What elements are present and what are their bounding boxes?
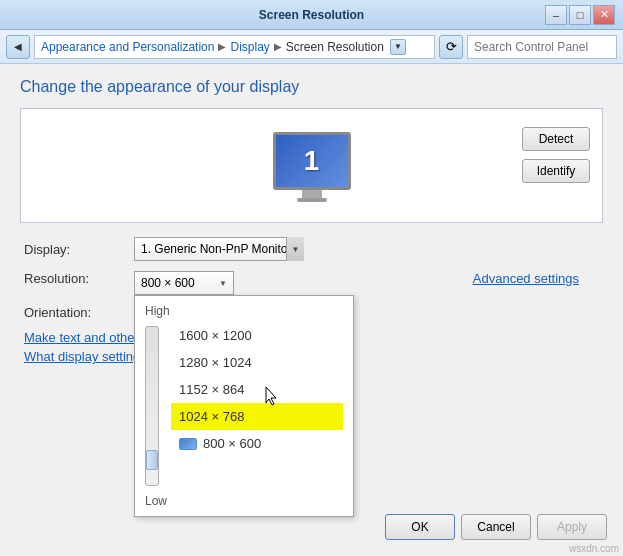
page-title: Change the appearance of your display xyxy=(20,78,603,96)
resolution-current-value: 800 × 600 xyxy=(141,276,195,290)
advanced-settings-link[interactable]: Advanced settings xyxy=(473,271,579,286)
dropdown-low-label: Low xyxy=(145,494,343,508)
refresh-button[interactable]: ⟳ xyxy=(439,35,463,59)
resolution-slider-track[interactable] xyxy=(145,326,159,486)
address-bar: ◀ Appearance and Personalization ▶ Displ… xyxy=(0,30,623,64)
display-row: Display: 1. Generic Non-PnP Monitor ▼ xyxy=(24,237,599,261)
minimize-button[interactable]: – xyxy=(545,5,567,25)
breadcrumb-display[interactable]: Display xyxy=(230,40,269,54)
breadcrumb-sep-2: ▶ xyxy=(274,41,282,52)
close-button[interactable]: ✕ xyxy=(593,5,615,25)
breadcrumb-sep-1: ▶ xyxy=(218,41,226,52)
main-content: Change the appearance of your display 1 … xyxy=(0,64,623,382)
monitor-number: 1 xyxy=(304,145,320,177)
cancel-button[interactable]: Cancel xyxy=(461,514,531,540)
resolution-slider-thumb[interactable] xyxy=(146,450,158,470)
breadcrumb-dropdown-btn[interactable]: ▼ xyxy=(390,39,406,55)
breadcrumb-appearance[interactable]: Appearance and Personalization xyxy=(41,40,214,54)
resolution-select-wrapper: 800 × 600 ▼ High 1600 × 1200 1280 × 1024… xyxy=(134,271,234,295)
monitor-stand xyxy=(302,190,322,198)
resolution-dropdown: High 1600 × 1200 1280 × 1024 1152 × 864 … xyxy=(134,295,354,517)
monitor-icon: 1 xyxy=(273,132,351,200)
resolution-option-1600[interactable]: 1600 × 1200 xyxy=(171,322,343,349)
current-resolution-icon xyxy=(179,438,197,450)
apply-button[interactable]: Apply xyxy=(537,514,607,540)
action-buttons: OK Cancel Apply xyxy=(385,514,607,540)
display-select-wrapper: 1. Generic Non-PnP Monitor ▼ xyxy=(134,237,304,261)
display-label: Display: xyxy=(24,242,134,257)
slider-container: 1600 × 1200 1280 × 1024 1152 × 864 1024 … xyxy=(145,322,343,490)
resolution-label: Resolution: xyxy=(24,271,134,286)
resolution-button[interactable]: 800 × 600 ▼ xyxy=(134,271,234,295)
monitor-base xyxy=(297,198,327,202)
maximize-button[interactable]: □ xyxy=(569,5,591,25)
breadcrumb: Appearance and Personalization ▶ Display… xyxy=(34,35,435,59)
title-bar: Screen Resolution – □ ✕ xyxy=(0,0,623,30)
resolution-row: Resolution: 800 × 600 ▼ High 1600 × 1200 xyxy=(24,271,599,295)
resolution-dropdown-arrow-icon: ▼ xyxy=(219,279,227,288)
orientation-label: Orientation: xyxy=(24,305,134,320)
monitor-screen: 1 xyxy=(273,132,351,190)
dropdown-high-label: High xyxy=(145,304,343,318)
settings-form: Display: 1. Generic Non-PnP Monitor ▼ Re… xyxy=(20,237,603,364)
resolution-option-1152[interactable]: 1152 × 864 xyxy=(171,376,343,403)
monitor-preview-area: 1 Detect Identify xyxy=(20,108,603,223)
identify-button[interactable]: Identify xyxy=(522,159,590,183)
detect-button[interactable]: Detect xyxy=(522,127,590,151)
ok-button[interactable]: OK xyxy=(385,514,455,540)
resolution-option-800[interactable]: 800 × 600 xyxy=(171,430,343,457)
window-controls: – □ ✕ xyxy=(545,5,615,25)
watermark: wsxdn.com xyxy=(569,543,619,554)
resolution-option-1280[interactable]: 1280 × 1024 xyxy=(171,349,343,376)
breadcrumb-current: Screen Resolution xyxy=(286,40,384,54)
resolution-option-1024[interactable]: 1024 × 768 xyxy=(171,403,343,430)
back-button[interactable]: ◀ xyxy=(6,35,30,59)
display-select[interactable]: 1. Generic Non-PnP Monitor xyxy=(134,237,304,261)
resolution-options-list: 1600 × 1200 1280 × 1024 1152 × 864 1024 … xyxy=(171,322,343,490)
search-input[interactable] xyxy=(467,35,617,59)
window-title: Screen Resolution xyxy=(78,8,545,22)
